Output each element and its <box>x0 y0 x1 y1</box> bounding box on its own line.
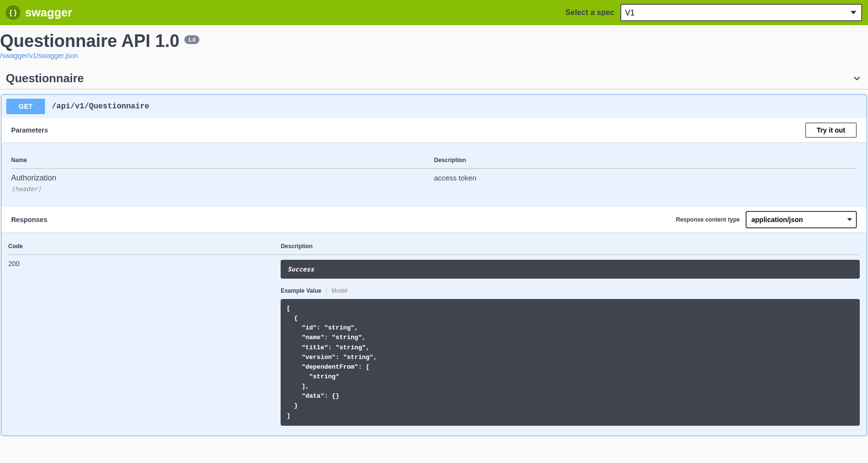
responses-table: Code Description 200 Success Example Val… <box>8 238 860 426</box>
api-info: Questionnaire API 1.0 1.0 /swagger/v1/sw… <box>0 25 868 63</box>
responses-title: Responses <box>11 216 47 224</box>
example-value-code[interactable]: [ { "id": "string", "name": "string", "t… <box>281 299 860 426</box>
resp-col-code: Code <box>8 238 281 255</box>
api-title-row: Questionnaire API 1.0 1.0 <box>0 31 868 51</box>
response-code: 200 <box>8 260 281 268</box>
operation-path: /api/v1/Questionnaire <box>52 102 150 111</box>
spec-select[interactable]: V1 <box>620 4 862 21</box>
brand-text: swagger <box>25 6 72 19</box>
spec-selector: Select a spec V1 <box>566 4 862 21</box>
topbar: { } swagger Select a spec V1 <box>0 0 868 25</box>
content-type-select-wrap: application/json <box>746 211 857 228</box>
brand: { } swagger <box>6 5 72 20</box>
http-method-badge: GET <box>6 99 45 114</box>
content-type-select[interactable]: application/json <box>746 211 857 228</box>
version-badge: 1.0 <box>184 35 199 44</box>
param-col-description: Description <box>434 152 857 169</box>
parameters-header: Parameters Try it out <box>1 118 867 142</box>
param-col-name: Name <box>11 152 434 169</box>
tag-section: Questionnaire GET /api/v1/Questionnaire … <box>0 68 868 436</box>
spec-url-link[interactable]: /swagger/v1/swagger.json <box>0 52 78 60</box>
operation-summary[interactable]: GET /api/v1/Questionnaire <box>1 95 867 118</box>
responses-header: Responses Response content type applicat… <box>1 207 867 232</box>
tag-name: Questionnaire <box>6 72 84 85</box>
param-in: (header) <box>11 185 434 193</box>
responses-area: Code Description 200 Success Example Val… <box>1 232 867 435</box>
parameters-title: Parameters <box>11 126 48 134</box>
chevron-down-icon <box>852 73 862 84</box>
parameter-row: Authorization (header) access token <box>11 169 857 198</box>
example-tabs: Example Value Model <box>281 287 860 294</box>
operation-block: GET /api/v1/Questionnaire Parameters Try… <box>1 94 867 436</box>
spec-select-wrap: V1 <box>620 4 862 21</box>
param-name: Authorization <box>11 174 434 182</box>
tag-header[interactable]: Questionnaire <box>0 68 868 90</box>
swagger-logo-icon: { } <box>6 5 20 20</box>
response-description: Success <box>281 260 860 279</box>
param-description: access token <box>434 174 857 182</box>
response-row: 200 Success Example Value Model [ { "id"… <box>8 255 860 426</box>
resp-col-description: Description <box>281 238 860 255</box>
tab-model[interactable]: Model <box>331 287 347 294</box>
tab-separator <box>326 288 327 294</box>
response-content-type-label: Response content type <box>676 216 740 223</box>
spec-select-label: Select a spec <box>566 8 614 17</box>
response-content-type: Response content type application/json <box>676 211 857 228</box>
api-title: Questionnaire API 1.0 <box>0 31 180 51</box>
parameters-table: Name Description Authorization (header) … <box>11 152 857 197</box>
try-it-out-button[interactable]: Try it out <box>805 122 857 138</box>
tab-example-value[interactable]: Example Value <box>281 287 321 294</box>
